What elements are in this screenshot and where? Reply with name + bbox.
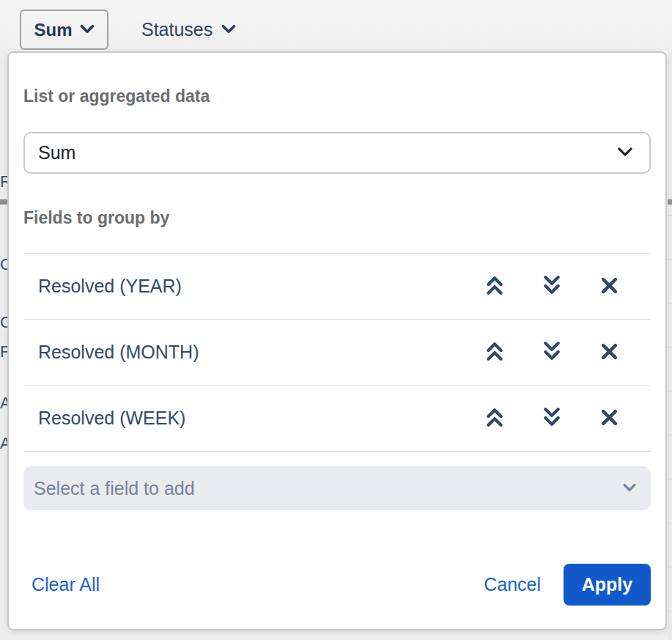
clipped-text-fragment: A xyxy=(0,435,7,452)
move-field-up-button[interactable] xyxy=(485,343,504,362)
remove-field-button[interactable] xyxy=(599,343,619,362)
underlying-table-right-fragment xyxy=(668,51,672,640)
chevron-down-icon xyxy=(617,147,633,160)
move-field-up-button[interactable] xyxy=(485,409,504,428)
double-chevron-down-icon xyxy=(542,407,561,430)
add-field-placeholder: Select a field to add xyxy=(34,478,195,499)
page-background-strip xyxy=(7,630,668,640)
move-field-up-button[interactable] xyxy=(485,277,504,296)
popover-footer: Clear All Cancel Apply xyxy=(23,564,651,606)
chevron-down-icon xyxy=(221,24,236,36)
clear-all-link[interactable]: Clear All xyxy=(32,574,100,595)
field-row: Resolved (WEEK) xyxy=(23,385,651,451)
clipped-text-fragment: R xyxy=(0,173,7,191)
statuses-button-label: Statuses xyxy=(141,19,213,40)
field-row-actions xyxy=(485,409,619,428)
move-field-down-button[interactable] xyxy=(542,277,561,296)
double-chevron-up-icon xyxy=(485,275,504,298)
field-name: Resolved (WEEK) xyxy=(38,408,185,429)
chevron-down-icon xyxy=(623,482,636,495)
clipped-text-fragment: C xyxy=(0,314,7,331)
field-row-actions xyxy=(485,343,619,362)
aggregation-selected-value: Sum xyxy=(38,142,75,163)
aggregation-type-select[interactable]: Sum xyxy=(23,132,651,174)
statuses-dropdown-button[interactable]: Statuses xyxy=(141,10,236,50)
field-row: Resolved (MONTH) xyxy=(23,319,651,385)
remove-field-button[interactable] xyxy=(599,277,619,296)
clipped-text-fragment: F xyxy=(0,343,7,361)
cancel-link[interactable]: Cancel xyxy=(484,574,541,595)
chevron-down-icon xyxy=(80,24,95,36)
aggregate-dropdown-button[interactable]: Sum xyxy=(20,10,108,50)
close-icon xyxy=(600,342,619,363)
remove-field-button[interactable] xyxy=(599,409,619,428)
move-field-down-button[interactable] xyxy=(542,343,561,362)
add-field-select[interactable]: Select a field to add xyxy=(23,466,651,510)
close-icon xyxy=(600,276,619,297)
aggregation-type-label: List or aggregated data xyxy=(23,86,651,106)
underlying-table-left-fragment: R C C F A A xyxy=(0,51,7,640)
close-icon xyxy=(600,408,619,429)
field-row-actions xyxy=(485,277,619,296)
double-chevron-up-icon xyxy=(485,407,504,430)
table-header-border-fragment xyxy=(0,199,7,205)
group-by-field-list: Resolved (YEAR) xyxy=(23,253,651,452)
table-header-border-fragment xyxy=(668,199,672,205)
clipped-text-fragment: A xyxy=(0,394,7,412)
toolbar: Sum Statuses xyxy=(0,0,672,51)
clipped-text-fragment: C xyxy=(0,256,7,273)
aggregate-button-label: Sum xyxy=(34,20,72,40)
move-field-down-button[interactable] xyxy=(542,409,561,428)
field-list-bottom-divider xyxy=(23,451,651,452)
double-chevron-down-icon xyxy=(542,275,561,298)
fields-to-group-by-label: Fields to group by xyxy=(23,207,651,228)
apply-button[interactable]: Apply xyxy=(564,564,651,606)
double-chevron-up-icon xyxy=(485,341,504,364)
field-row: Resolved (YEAR) xyxy=(23,253,651,319)
group-by-popover: List or aggregated data Sum Fields to gr… xyxy=(7,51,667,630)
field-name: Resolved (YEAR) xyxy=(38,276,182,297)
field-name: Resolved (MONTH) xyxy=(38,342,199,363)
double-chevron-down-icon xyxy=(542,341,561,364)
